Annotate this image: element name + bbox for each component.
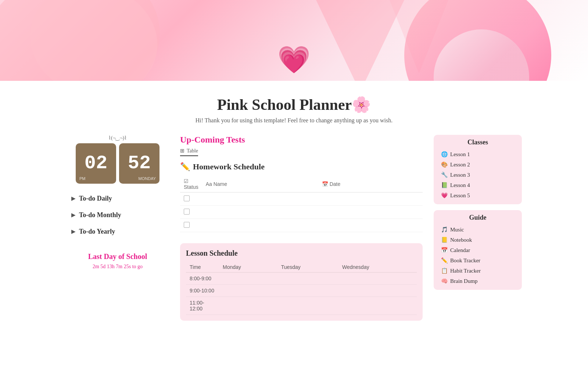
table-icon: ⊞ — [180, 148, 184, 154]
hw-date-cell-2[interactable] — [318, 206, 423, 219]
kaomoji: ⌇(¬‿¬)⌇ — [66, 135, 169, 141]
lesson-table: Time Monday Tuesday Wednesday 8:00-9:00 — [186, 262, 417, 315]
lesson4-label: Lesson 4 — [450, 182, 470, 188]
hw-checkbox-cell-3[interactable] — [180, 219, 202, 232]
guide-item-habit-tracker[interactable]: 📋 Habit Tracker — [440, 266, 516, 276]
nav-items: ▶ To-do Daily ▶ To-do Monthly ▶ To-do Ye… — [66, 191, 169, 239]
guide-item-book-tracker[interactable]: ✏️ Book Tracker — [440, 255, 516, 266]
clock-minute: 52 — [128, 154, 151, 173]
lesson2-label: Lesson 2 — [450, 162, 470, 168]
table-tab[interactable]: ⊞ Table — [180, 148, 198, 156]
th-tuesday: Tuesday — [277, 262, 338, 273]
page-subtitle: Hi! Thank you for using this template! F… — [196, 117, 392, 124]
homework-label: Homework Schedule — [193, 162, 265, 172]
nav-item-todo-yearly[interactable]: ▶ To-do Yearly — [66, 224, 169, 239]
nav-label-yearly: To-do Yearly — [79, 228, 115, 235]
guide-item-notebook[interactable]: 📒 Notebook — [440, 235, 516, 245]
lesson5-icon: 💗 — [441, 192, 448, 199]
th-time: Time — [186, 262, 219, 273]
date-calendar-icon: 📅 — [322, 181, 328, 187]
guide-card: Guide 🎵 Music 📒 Notebook 📅 Calendar — [434, 210, 522, 290]
nav-item-todo-monthly[interactable]: ▶ To-do Monthly — [66, 208, 169, 223]
nav-label-daily: To-do Daily — [79, 195, 112, 202]
mon-cell-2[interactable] — [219, 285, 277, 297]
book-tracker-icon: ✏️ — [441, 257, 448, 264]
calendar-label: Calendar — [450, 247, 470, 253]
hw-name-cell-2[interactable] — [202, 206, 318, 219]
mon-cell-3[interactable] — [219, 297, 277, 315]
habit-tracker-label: Habit Tracker — [450, 268, 481, 274]
time-cell-2: 9:00-10:00 — [186, 285, 219, 297]
brain-dump-icon: 🧠 — [441, 278, 448, 284]
nav-item-todo-daily[interactable]: ▶ To-do Daily — [66, 191, 169, 206]
hw-checkbox-cell-1[interactable] — [180, 193, 202, 206]
main-layout: ⌇(¬‿¬)⌇ 02 PM 52 MONDAY ▶ To-do Daily ▶ — [55, 135, 533, 367]
hw-checkbox-2[interactable] — [184, 209, 190, 215]
lesson-schedule-box: Lesson Schedule Time Monday Tuesday Wedn… — [180, 243, 423, 321]
hw-name-cell-1[interactable] — [202, 193, 318, 206]
table-row — [180, 206, 423, 219]
guide-title: Guide — [440, 214, 516, 222]
page-title: Pink School Planner🌸 — [196, 96, 392, 114]
last-day-countdown: 2m 5d 13h 7m 25s to go — [72, 264, 163, 270]
clock-display: 02 PM 52 MONDAY — [66, 143, 169, 184]
music-icon: 🎵 — [441, 226, 448, 233]
classes-item-lesson1[interactable]: 🌐 Lesson 1 — [440, 149, 516, 159]
hw-checkbox-cell-2[interactable] — [180, 206, 202, 219]
lesson-schedule-title: Lesson Schedule — [186, 249, 417, 258]
th-name: Aa Name — [202, 176, 318, 193]
th-date: 📅 Date — [318, 176, 423, 193]
arrow-icon-yearly: ▶ — [71, 229, 75, 235]
last-day-title: Last Day of School — [72, 252, 163, 261]
classes-item-lesson4[interactable]: 📗 Lesson 4 — [440, 180, 516, 190]
tue-cell-2[interactable] — [277, 285, 338, 297]
table-row — [180, 219, 423, 232]
guide-list: 🎵 Music 📒 Notebook 📅 Calendar ✏️ Book Tr… — [440, 224, 516, 286]
hw-checkbox-1[interactable] — [184, 195, 190, 201]
clock-hour-block: 02 PM — [76, 143, 116, 184]
lesson1-icon: 🌐 — [441, 151, 448, 158]
clock-day-label: MONDAY — [139, 176, 156, 181]
hw-name-cell-3[interactable] — [202, 219, 318, 232]
lesson5-label: Lesson 5 — [450, 193, 470, 199]
mon-cell-1[interactable] — [219, 273, 277, 285]
wed-cell-2[interactable] — [338, 285, 417, 297]
guide-item-brain-dump[interactable]: 🧠 Brain Dump — [440, 276, 516, 286]
wed-cell-1[interactable] — [338, 273, 417, 285]
nav-label-monthly: To-do Monthly — [79, 211, 121, 219]
hw-checkbox-3[interactable] — [184, 222, 190, 228]
classes-item-lesson3[interactable]: 🔧 Lesson 3 — [440, 170, 516, 180]
arrow-icon-monthly: ▶ — [71, 212, 75, 218]
table-label: Table — [187, 148, 198, 154]
guide-item-calendar[interactable]: 📅 Calendar — [440, 245, 516, 255]
tue-cell-3[interactable] — [277, 297, 338, 315]
time-cell-1: 8:00-9:00 — [186, 273, 219, 285]
lesson4-icon: 📗 — [441, 182, 448, 188]
classes-title: Classes — [440, 138, 516, 146]
tue-cell-1[interactable] — [277, 273, 338, 285]
middle-column: Up-Coming Tests ⊞ Table ✏️ Homework Sche… — [180, 135, 423, 367]
heart-emoji: 💗 — [277, 44, 311, 75]
th-status: ☑ Status — [180, 176, 202, 193]
table-row: 8:00-9:00 — [186, 273, 417, 285]
classes-item-lesson5[interactable]: 💗 Lesson 5 — [440, 190, 516, 201]
upcoming-tests-title: Up-Coming Tests — [180, 135, 423, 145]
brain-dump-label: Brain Dump — [450, 278, 478, 284]
lesson3-label: Lesson 3 — [450, 172, 470, 178]
status-check-icon: ☑ — [184, 178, 189, 184]
classes-item-lesson2[interactable]: 🎨 Lesson 2 — [440, 159, 516, 170]
table-row: 11:00-12:00 — [186, 297, 417, 315]
arrow-icon-daily: ▶ — [71, 195, 75, 202]
guide-item-music[interactable]: 🎵 Music — [440, 224, 516, 235]
lesson1-label: Lesson 1 — [450, 151, 470, 158]
hw-date-cell-3[interactable] — [318, 219, 423, 232]
classes-card: Classes 🌐 Lesson 1 🎨 Lesson 2 🔧 Lesson 3 — [434, 135, 522, 204]
th-wednesday: Wednesday — [338, 262, 417, 273]
clock-pm-label: PM — [79, 176, 86, 181]
wed-cell-3[interactable] — [338, 297, 417, 315]
lesson3-icon: 🔧 — [441, 172, 448, 178]
book-tracker-label: Book Tracker — [450, 258, 480, 264]
hw-date-cell-1[interactable] — [318, 193, 423, 206]
time-cell-3: 11:00-12:00 — [186, 297, 219, 315]
homework-title: ✏️ Homework Schedule — [180, 162, 423, 172]
